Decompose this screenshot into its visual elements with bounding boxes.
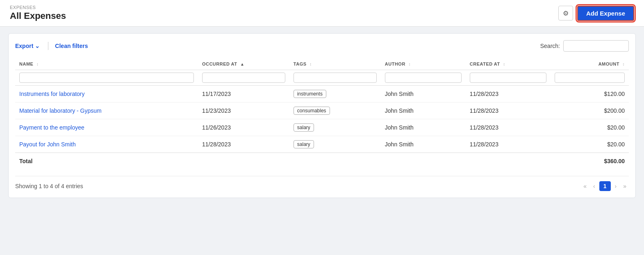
row-occurred: 11/28/2023: [198, 136, 289, 153]
breadcrumb: EXPENSES: [10, 5, 66, 10]
entries-info: Showing 1 to 4 of 4 entries: [15, 183, 83, 189]
row-name-link[interactable]: Payment to the employee: [19, 124, 84, 131]
toolbar-divider: [48, 42, 48, 50]
row-created: 11/28/2023: [466, 136, 551, 153]
filter-author[interactable]: [385, 73, 462, 83]
row-created: 11/28/2023: [466, 86, 551, 102]
sort-icon-tags: ↕: [309, 62, 312, 66]
pagination-last[interactable]: »: [621, 181, 629, 191]
search-area: Search:: [540, 40, 629, 52]
row-occurred: 11/17/2023: [198, 86, 289, 102]
row-name-link[interactable]: Instruments for laboratory: [19, 91, 85, 97]
filter-amount[interactable]: [555, 73, 625, 83]
expenses-table: NAME ↕ OCCURRED AT ▲ TAGS ↕ AUTHOR ↕ CRE…: [15, 58, 629, 169]
search-input[interactable]: [563, 40, 629, 52]
filter-tags[interactable]: [294, 73, 377, 83]
tag-badge: salary: [294, 140, 314, 148]
row-tags: instruments: [289, 86, 381, 102]
row-amount: $200.00: [551, 102, 629, 119]
col-header-occurred[interactable]: OCCURRED AT ▲: [198, 58, 289, 70]
settings-button[interactable]: ⚙: [558, 6, 573, 20]
header-left: EXPENSES All Expenses: [10, 5, 66, 21]
tag-badge: salary: [294, 123, 314, 132]
pagination-first[interactable]: «: [581, 181, 589, 191]
row-amount: $20.00: [551, 119, 629, 136]
sort-icon-author: ↕: [408, 62, 411, 66]
row-author: John Smith: [381, 119, 466, 136]
total-row: Total $360.00: [15, 153, 629, 170]
tag-badge: consumables: [294, 107, 330, 115]
total-label: Total: [15, 153, 198, 170]
row-author: John Smith: [381, 102, 466, 119]
table-row: Payment to the employee11/26/2023salaryJ…: [15, 119, 629, 136]
row-amount: $120.00: [551, 86, 629, 102]
row-occurred: 11/23/2023: [198, 102, 289, 119]
page-header: EXPENSES All Expenses ⚙ Add Expense: [0, 0, 644, 27]
row-tags: salary: [289, 136, 381, 153]
table-row: Material for laboratory - Gypsum11/23/20…: [15, 102, 629, 119]
total-amount: $360.00: [551, 153, 629, 170]
table-row: Instruments for laboratory11/17/2023inst…: [15, 86, 629, 102]
table-footer: Showing 1 to 4 of 4 entries « ‹ 1 › »: [15, 176, 629, 191]
table-body: Instruments for laboratory11/17/2023inst…: [15, 86, 629, 153]
col-header-created[interactable]: CREATED AT ↕: [466, 58, 551, 70]
export-label: Export: [15, 43, 33, 49]
chevron-down-icon: ⌄: [35, 43, 40, 49]
row-created: 11/28/2023: [466, 102, 551, 119]
sort-icon-name: ↕: [36, 62, 39, 66]
col-header-author[interactable]: AUTHOR ↕: [381, 58, 466, 70]
pagination-next[interactable]: ›: [612, 181, 619, 191]
pagination: « ‹ 1 › »: [581, 181, 629, 191]
add-expense-button[interactable]: Add Expense: [577, 6, 634, 21]
row-author: John Smith: [381, 86, 466, 102]
col-header-tags[interactable]: TAGS ↕: [289, 58, 381, 70]
row-occurred: 11/26/2023: [198, 119, 289, 136]
table-container: Export ⌄ Clean filters Search: NAME ↕: [8, 33, 636, 198]
main-content: Export ⌄ Clean filters Search: NAME ↕: [0, 27, 644, 205]
row-amount: $20.00: [551, 136, 629, 153]
header-right: ⚙ Add Expense: [558, 6, 634, 21]
clean-filters-button[interactable]: Clean filters: [53, 41, 89, 51]
sort-icon-amount: ↕: [623, 62, 625, 66]
sort-icon-occurred: ▲: [240, 62, 244, 66]
row-author: John Smith: [381, 136, 466, 153]
search-label: Search:: [540, 43, 560, 49]
filter-created[interactable]: [470, 73, 546, 83]
table-row: Payout for John Smith11/28/2023salaryJoh…: [15, 136, 629, 153]
gear-icon: ⚙: [563, 9, 569, 17]
row-tags: consumables: [289, 102, 381, 119]
col-header-amount[interactable]: AMOUNT ↕: [551, 58, 629, 70]
table-header-row: NAME ↕ OCCURRED AT ▲ TAGS ↕ AUTHOR ↕ CRE…: [15, 58, 629, 70]
row-name-link[interactable]: Payout for John Smith: [19, 141, 76, 148]
filter-name[interactable]: [19, 73, 194, 83]
tag-badge: instruments: [294, 90, 326, 98]
sort-icon-created: ↕: [503, 62, 505, 66]
row-tags: salary: [289, 119, 381, 136]
filter-occurred[interactable]: [202, 73, 285, 83]
row-name-link[interactable]: Material for laboratory - Gypsum: [19, 107, 102, 114]
export-button[interactable]: Export ⌄: [15, 41, 43, 51]
row-created: 11/28/2023: [466, 119, 551, 136]
pagination-page-1[interactable]: 1: [599, 181, 611, 191]
toolbar: Export ⌄ Clean filters Search:: [15, 40, 629, 52]
col-header-name[interactable]: NAME ↕: [15, 58, 198, 70]
page-title: All Expenses: [10, 11, 66, 21]
pagination-prev[interactable]: ‹: [591, 181, 598, 191]
toolbar-left: Export ⌄ Clean filters: [15, 41, 89, 51]
filter-row: [15, 70, 629, 86]
